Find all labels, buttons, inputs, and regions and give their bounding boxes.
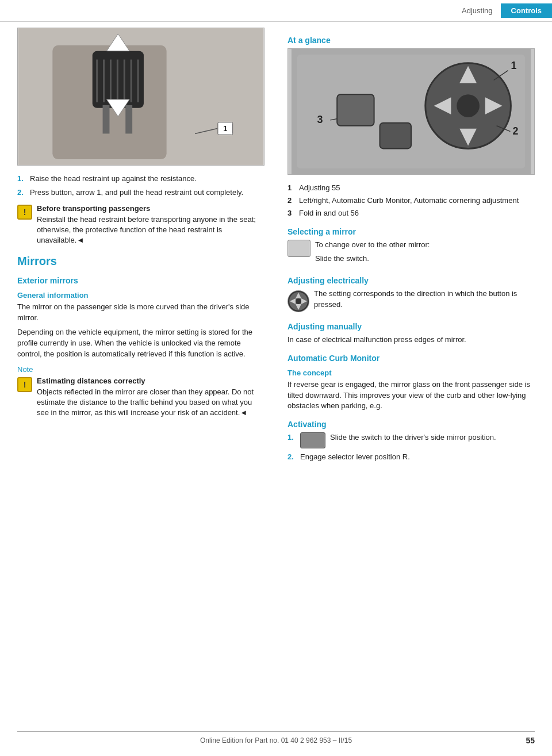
automatic-curb-title: Automatic Curb Monitor xyxy=(288,354,535,363)
page-number: 55 xyxy=(526,736,535,745)
svg-rect-13 xyxy=(125,105,132,134)
activating-step-2-text: Engage selector lever position R. xyxy=(300,452,410,462)
svg-text:1: 1 xyxy=(511,60,516,71)
right-item-2-text: Left/right, Automatic Curb Monitor, Auto… xyxy=(299,195,519,206)
right-item-1: 1 Adjusting 55 xyxy=(288,183,535,193)
selecting-mirror-text1: To change over to the other mirror: xyxy=(315,240,430,251)
svg-rect-12 xyxy=(103,105,110,134)
step-2-num: 2. xyxy=(17,187,30,198)
joystick-icon xyxy=(288,290,309,312)
note-warning-title: Estimating distances correctly xyxy=(37,377,145,385)
right-item-2: 2 Left/right, Automatic Curb Monitor, Au… xyxy=(288,195,535,206)
note-warning-icon: ! xyxy=(17,377,32,392)
headrest-image: 1 xyxy=(17,28,264,166)
note-title: Note xyxy=(17,365,264,374)
general-info-p2: Depending on the vehicle equipment, the … xyxy=(17,327,264,360)
right-item-2-num: 2 xyxy=(288,195,299,206)
step-1-num: 1. xyxy=(17,174,30,184)
page-footer: Online Edition for Part no. 01 40 2 962 … xyxy=(17,731,535,745)
page-header: Adjusting Controls xyxy=(0,0,552,22)
right-item-1-text: Adjusting 55 xyxy=(299,183,340,193)
the-concept-title: The concept xyxy=(288,369,535,377)
warning-icon: ! xyxy=(17,205,32,220)
adjusting-manually-title: Adjusting manually xyxy=(288,322,535,331)
svg-text:3: 3 xyxy=(317,114,323,125)
left-column: 1 1. Raise the head restraint up against… xyxy=(17,28,282,466)
driver-switch-icon xyxy=(300,432,325,448)
svg-rect-32 xyxy=(380,123,412,149)
activating-step-2: 2. Engage selector lever position R. xyxy=(288,452,535,462)
footer-text: Online Edition for Part no. 01 40 2 962 … xyxy=(200,736,352,745)
step-1-text: Raise the head restraint up against the … xyxy=(30,174,197,184)
selecting-mirror-text2: Slide the switch. xyxy=(315,254,430,264)
svg-text:1: 1 xyxy=(223,124,227,133)
adjusting-electrically-title: Adjusting electrically xyxy=(288,276,535,285)
adjusting-electrically-block: The setting corresponds to the direction… xyxy=(288,289,535,314)
svg-rect-31 xyxy=(337,94,374,125)
at-a-glance-title: At a glance xyxy=(288,36,535,45)
selecting-mirror-title: Selecting a mirror xyxy=(288,227,535,236)
selecting-mirror-texts: To change over to the other mirror: Slid… xyxy=(315,240,430,268)
exterior-mirrors-title: Exterior mirrors xyxy=(17,276,264,285)
mirror-switch-icon xyxy=(288,240,310,257)
activating-step-2-num: 2. xyxy=(288,452,300,462)
main-content: 1 1. Raise the head restraint up against… xyxy=(0,28,552,466)
svg-text:2: 2 xyxy=(512,125,518,137)
steps-list: 1. Raise the head restraint up against t… xyxy=(17,174,264,198)
right-item-3: 3 Fold in and out 56 xyxy=(288,208,535,218)
note-warning-body: Objects reflected in the mirror are clos… xyxy=(37,387,254,417)
note-warning-text: Estimating distances correctly Objects r… xyxy=(37,376,264,418)
activating-step-1-text: Slide the switch to the driver's side mi… xyxy=(330,432,496,443)
the-concept-text: If reverse gear is engaged, the mirror g… xyxy=(288,379,535,412)
right-item-3-num: 3 xyxy=(288,208,299,218)
step-2-text: Press button, arrow 1, and pull the head… xyxy=(30,187,243,198)
activating-title: Activating xyxy=(288,420,535,429)
adjusting-electrically-text: The setting corresponds to the direction… xyxy=(314,289,535,310)
at-a-glance-list: 1 Adjusting 55 2 Left/right, Automatic C… xyxy=(288,183,535,219)
general-info-p1: The mirror on the passenger side is more… xyxy=(17,302,264,324)
header-adjusting-label: Adjusting xyxy=(454,3,500,18)
step-1: 1. Raise the head restraint up against t… xyxy=(17,174,264,184)
warning-text: Before transporting passengers Reinstall… xyxy=(37,204,264,245)
right-item-3-text: Fold in and out 56 xyxy=(299,208,359,218)
svg-point-38 xyxy=(296,298,301,304)
header-controls-label: Controls xyxy=(501,3,552,18)
mirrors-title: Mirrors xyxy=(17,255,264,268)
step-2: 2. Press button, arrow 1, and pull the h… xyxy=(17,187,264,198)
warning-body: Reinstall the head restraint before tran… xyxy=(37,215,256,244)
warning-title: Before transporting passengers xyxy=(37,204,150,213)
note-warning-block: ! Estimating distances correctly Objects… xyxy=(17,376,264,418)
activating-step-1-num: 1. xyxy=(288,432,300,443)
activating-step-1: 1. Slide the switch to the driver's side… xyxy=(288,432,535,448)
svg-point-24 xyxy=(457,94,480,117)
right-column: At a glance xyxy=(282,28,535,466)
adjusting-manually-text: In case of electrical malfunction press … xyxy=(288,335,535,346)
selecting-mirror-block: To change over to the other mirror: Slid… xyxy=(288,240,535,268)
general-info-title: General information xyxy=(17,291,264,300)
mirror-controls-image: 1 2 3 xyxy=(288,48,535,175)
right-item-1-num: 1 xyxy=(288,183,299,193)
warning-block: ! Before transporting passengers Reinsta… xyxy=(17,204,264,245)
